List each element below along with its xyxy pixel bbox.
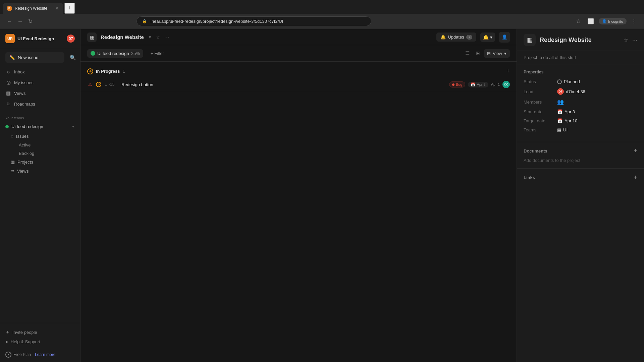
teams-icon: ▦ bbox=[557, 127, 561, 132]
table-row[interactable]: ⚠ ◑ UI-15 Redesign button Bug 📅 Apr 8 Ap… bbox=[80, 78, 517, 91]
project-tag-icon bbox=[91, 51, 95, 56]
invite-icon: ＋ bbox=[5, 329, 10, 335]
links-add-button[interactable]: + bbox=[634, 174, 637, 181]
target-date-value[interactable]: 📅 Apr 10 bbox=[557, 118, 577, 123]
backlog-label: Backlog bbox=[19, 151, 34, 156]
documents-add-button[interactable]: + bbox=[634, 147, 637, 155]
tab-close-button[interactable]: ✕ bbox=[55, 6, 59, 11]
status-text: Planned bbox=[564, 79, 580, 84]
sidebar-item-active[interactable]: Active bbox=[5, 141, 80, 149]
help-label: Help & Support bbox=[11, 339, 40, 344]
section-add-button[interactable]: + bbox=[506, 68, 510, 75]
issue-title: Redesign button bbox=[121, 82, 446, 87]
date-badge[interactable]: 📅 Apr 8 bbox=[468, 82, 488, 87]
links-title: Links bbox=[524, 175, 535, 180]
team-name: Ui feed redesign bbox=[11, 124, 69, 129]
free-plan-badge: ● Free Plan bbox=[5, 352, 31, 358]
sidebar-item-team-views[interactable]: ≋ Views bbox=[3, 167, 80, 176]
user-avatar[interactable]: D7 bbox=[67, 35, 75, 43]
user-menu-button[interactable]: 👤 bbox=[499, 32, 510, 43]
sidebar-header: UR UI Feed Redesign D7 bbox=[0, 29, 80, 48]
sidebar-item-inbox[interactable]: ○ Inbox bbox=[3, 67, 77, 77]
filter-button[interactable]: + Filter bbox=[147, 49, 167, 58]
tab-title: Redesign Website bbox=[15, 6, 52, 11]
bookmark-button[interactable]: ☆ bbox=[574, 17, 583, 26]
help-icon: ● bbox=[5, 339, 8, 344]
team-header[interactable]: Ui feed redesign ▼ bbox=[3, 122, 77, 131]
help-support-button[interactable]: ● Help & Support bbox=[5, 337, 75, 346]
lead-avatar: D7 bbox=[557, 88, 564, 95]
projects-icon: ▦ bbox=[11, 160, 15, 165]
target-calendar-icon: 📅 bbox=[557, 118, 562, 123]
panel-icon: ▦ bbox=[524, 34, 536, 46]
header-star-icon[interactable]: ☆ bbox=[156, 35, 160, 40]
extension-button[interactable]: ⬜ bbox=[585, 17, 596, 26]
new-issue-button[interactable]: ✏️ New issue bbox=[5, 52, 64, 63]
teams-text: UI bbox=[563, 127, 568, 132]
workspace-info[interactable]: UR UI Feed Redesign bbox=[5, 34, 54, 43]
assignee-avatar[interactable]: CC bbox=[502, 81, 510, 88]
in-progress-icon: ◑ bbox=[87, 68, 93, 74]
sidebar-item-projects[interactable]: ▦ Projects bbox=[3, 158, 80, 167]
panel-header: ▦ Redesign Website ☆ ··· bbox=[517, 29, 644, 51]
new-issue-icon: ✏️ bbox=[9, 55, 15, 60]
roadmaps-label: Roadmaps bbox=[14, 102, 35, 107]
date1: Apr 8 bbox=[477, 82, 485, 86]
start-calendar-icon: 📅 bbox=[557, 109, 562, 114]
start-date-label: Start date bbox=[524, 109, 557, 114]
learn-more-link[interactable]: Learn more bbox=[35, 352, 55, 357]
new-tab-button[interactable]: + bbox=[64, 3, 75, 14]
search-button[interactable]: 🔍 bbox=[68, 53, 77, 62]
teams-label: Teams bbox=[524, 127, 557, 132]
invite-people-button[interactable]: ＋ Invite people bbox=[5, 327, 75, 337]
list-view-button[interactable]: ☰ bbox=[463, 49, 472, 58]
view-dropdown-button[interactable]: ⊞ View ▾ bbox=[484, 49, 510, 58]
section-in-progress[interactable]: ◑ In Progress 1 + bbox=[80, 64, 517, 78]
grid-view-button[interactable]: ⊞ bbox=[473, 49, 482, 58]
address-bar[interactable]: 🔒 linear.app/ui-feed-redesign/project/re… bbox=[137, 16, 371, 26]
notification-button[interactable]: 🔔 ▾ bbox=[480, 33, 495, 42]
user-icon: 👤 bbox=[502, 35, 507, 40]
links-header: Links + bbox=[524, 174, 637, 181]
status-value[interactable]: Planned bbox=[557, 79, 580, 84]
sidebar-item-issues[interactable]: ○ Issues bbox=[3, 132, 80, 141]
bug-label: Bug bbox=[456, 82, 463, 86]
sidebar-item-roadmaps[interactable]: ≋ Roadmaps bbox=[3, 99, 77, 109]
refresh-button[interactable]: ↻ bbox=[27, 17, 34, 26]
panel-more-icon[interactable]: ··· bbox=[632, 37, 637, 44]
sidebar-item-views[interactable]: ▦ Views bbox=[3, 88, 77, 99]
lead-text: d7bdeb36 bbox=[566, 89, 585, 94]
properties-section: Properties Status Planned Lead D7 d7bdeb… bbox=[517, 64, 644, 142]
sidebar-item-backlog[interactable]: Backlog bbox=[5, 149, 80, 158]
teams-value[interactable]: ▦ UI bbox=[557, 127, 568, 132]
header-more-icon[interactable]: ··· bbox=[164, 34, 170, 40]
lead-value[interactable]: D7 d7bdeb36 bbox=[557, 88, 585, 95]
my-issues-label: My issues bbox=[14, 80, 34, 85]
menu-button[interactable]: ⋮ bbox=[629, 17, 639, 26]
views-label: Views bbox=[14, 91, 25, 96]
updates-button[interactable]: 🔔 Updates 7 bbox=[436, 33, 476, 42]
panel-description: Project to do all of this stuff bbox=[517, 51, 644, 64]
status-label: Status bbox=[524, 79, 557, 84]
project-tag[interactable]: Ui feed redesign 25% bbox=[87, 49, 143, 58]
team-views-label: Views bbox=[17, 169, 29, 174]
project-tag-name: Ui feed redesign bbox=[97, 51, 129, 56]
active-tab[interactable]: R Redesign Website ✕ bbox=[3, 3, 63, 14]
main-content: ▦ Redesign Website ▼ ☆ ··· 🔔 Updates 7 🔔… bbox=[80, 29, 517, 362]
free-plan-section: ● Free Plan Learn more bbox=[5, 349, 75, 360]
members-value[interactable]: 👥 bbox=[557, 99, 564, 105]
bug-badge[interactable]: Bug bbox=[449, 81, 466, 87]
due-date: Apr 1 bbox=[491, 82, 500, 86]
view-chevron-icon: ▾ bbox=[504, 51, 506, 56]
members-property: Members 👥 bbox=[524, 99, 637, 105]
updates-label: Updates bbox=[448, 35, 464, 40]
documents-section: Documents + Add documents to the project bbox=[517, 142, 644, 169]
forward-button[interactable]: → bbox=[16, 17, 24, 26]
start-date-value[interactable]: 📅 Apr 3 bbox=[557, 109, 575, 114]
views-icon: ▦ bbox=[5, 90, 11, 96]
documents-title: Documents bbox=[524, 148, 547, 154]
sidebar-item-my-issues[interactable]: ◎ My issues bbox=[3, 77, 77, 88]
back-button[interactable]: ← bbox=[5, 17, 13, 26]
invite-label: Invite people bbox=[12, 330, 37, 335]
panel-star-icon[interactable]: ☆ bbox=[624, 37, 628, 43]
